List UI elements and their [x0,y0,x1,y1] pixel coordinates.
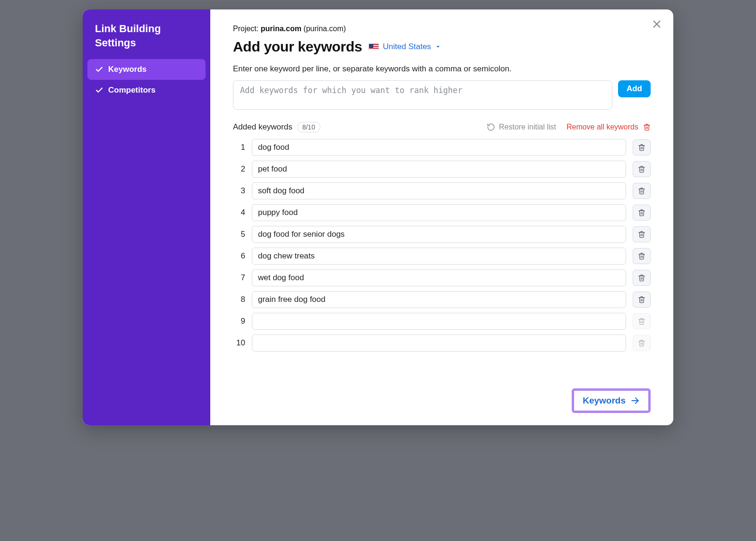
delete-keyword-button[interactable] [633,205,651,221]
keyword-row: 6 [233,248,651,265]
keywords-count-badge: 8/10 [297,122,320,132]
check-icon [95,65,103,74]
row-number: 3 [233,186,245,196]
keyword-field[interactable] [252,313,626,330]
sidebar-item-label: Keywords [108,65,146,74]
delete-keyword-button[interactable] [633,248,651,264]
keyword-field[interactable] [252,291,626,308]
check-icon [95,86,103,94]
flag-icon [369,43,379,50]
trash-icon [638,231,645,238]
project-line: Project: purina.com (purina.com) [233,25,651,33]
keyword-field[interactable] [252,248,626,265]
row-number: 1 [233,143,245,152]
trash-icon [638,252,645,260]
keyword-field[interactable] [252,139,626,156]
close-button[interactable] [649,16,665,32]
row-number: 7 [233,273,245,283]
delete-keyword-button[interactable] [633,292,651,308]
keyword-row: 7 [233,269,651,286]
keyword-row: 1 [233,139,651,156]
keyword-row: 4 [233,204,651,221]
page-title: Add your keywords [233,39,362,55]
remove-all-keywords-button[interactable]: Remove all keywords [567,123,651,131]
main-panel: Project: purina.com (purina.com) Add you… [210,9,673,425]
keyword-row: 8 [233,291,651,308]
sidebar-item-keywords[interactable]: Keywords [87,59,206,80]
keyword-field[interactable] [252,161,626,178]
delete-keyword-button[interactable] [633,183,651,199]
delete-keyword-button [633,313,651,329]
keyword-field[interactable] [252,182,626,199]
country-label: United States [383,42,431,52]
sidebar-item-competitors[interactable]: Competitors [87,80,206,101]
delete-keyword-button [633,335,651,351]
row-number: 4 [233,208,245,217]
trash-icon [638,296,645,303]
keyword-row: 9 [233,313,651,330]
keyword-field[interactable] [252,204,626,221]
sidebar: Link Building Settings Keywords Competit… [83,9,210,425]
keyword-row: 2 [233,161,651,178]
sidebar-item-label: Competitors [108,86,155,95]
chevron-down-icon [435,43,441,50]
trash-icon [638,144,645,151]
delete-keyword-button[interactable] [633,270,651,286]
undo-icon [487,123,495,131]
restore-initial-list-button[interactable]: Restore initial list [487,123,556,131]
keywords-list: 12345678910 [233,139,651,352]
added-keywords-label: Added keywords [233,122,292,132]
keyword-field[interactable] [252,335,626,352]
trash-icon [638,209,645,216]
keyword-field[interactable] [252,269,626,286]
trash-icon [638,165,645,173]
keyword-row: 3 [233,182,651,199]
trash-icon [638,274,645,282]
row-number: 8 [233,295,245,304]
country-selector[interactable]: United States [369,42,441,52]
sidebar-title: Link Building Settings [87,22,206,59]
trash-icon [638,187,645,195]
keywords-input[interactable] [233,80,612,110]
row-number: 5 [233,230,245,239]
keyword-row: 10 [233,335,651,352]
arrow-right-icon [630,396,640,405]
keywords-next-button[interactable]: Keywords [572,388,651,413]
row-number: 10 [233,338,245,348]
keyword-row: 5 [233,226,651,243]
delete-keyword-button[interactable] [633,161,651,177]
instruction-text: Enter one keyword per line, or separate … [233,64,651,74]
trash-icon [643,123,651,131]
row-number: 9 [233,317,245,326]
trash-icon [638,318,645,325]
row-number: 2 [233,164,245,174]
trash-icon [638,339,645,347]
row-number: 6 [233,251,245,261]
delete-keyword-button[interactable] [633,139,651,155]
delete-keyword-button[interactable] [633,226,651,242]
settings-modal: Link Building Settings Keywords Competit… [83,9,673,425]
add-button[interactable]: Add [618,80,651,97]
keyword-field[interactable] [252,226,626,243]
